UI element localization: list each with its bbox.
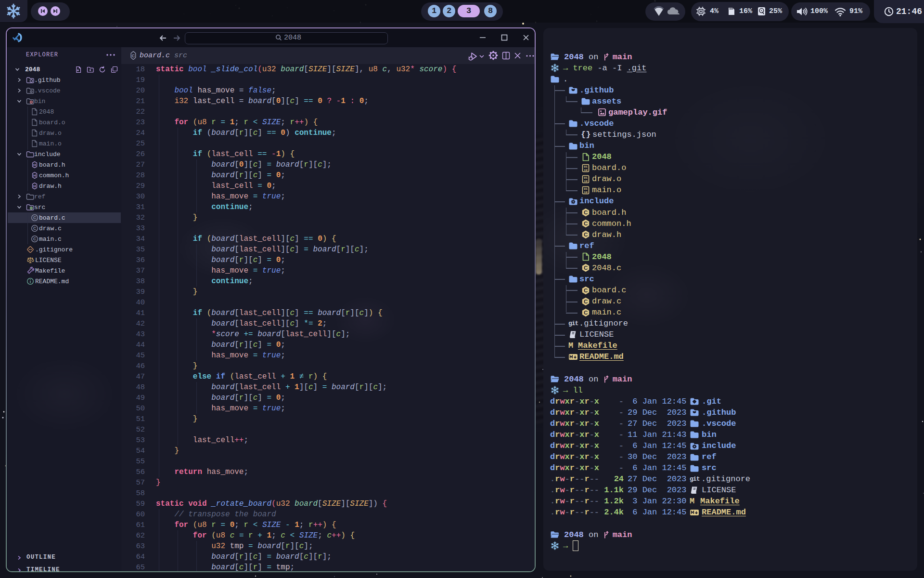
svg-text:H: H [33,163,36,167]
svg-text:C: C [33,236,36,241]
svg-text:C: C [584,288,588,293]
svg-text:10: 10 [584,179,588,183]
svg-text:C: C [584,299,588,304]
svg-text:C: C [33,215,36,220]
svg-text:10: 10 [584,168,588,171]
svg-text:C: C [584,221,588,226]
svg-text:C: C [33,226,36,231]
svg-text:C: C [584,232,588,237]
svg-text:C: C [584,210,588,215]
svg-text:C: C [132,53,135,58]
svg-text:C: C [584,265,588,271]
svg-text:10: 10 [584,190,588,194]
svg-text:H: H [33,184,36,188]
svg-text:H: H [33,173,36,178]
svg-text:C: C [584,310,588,315]
